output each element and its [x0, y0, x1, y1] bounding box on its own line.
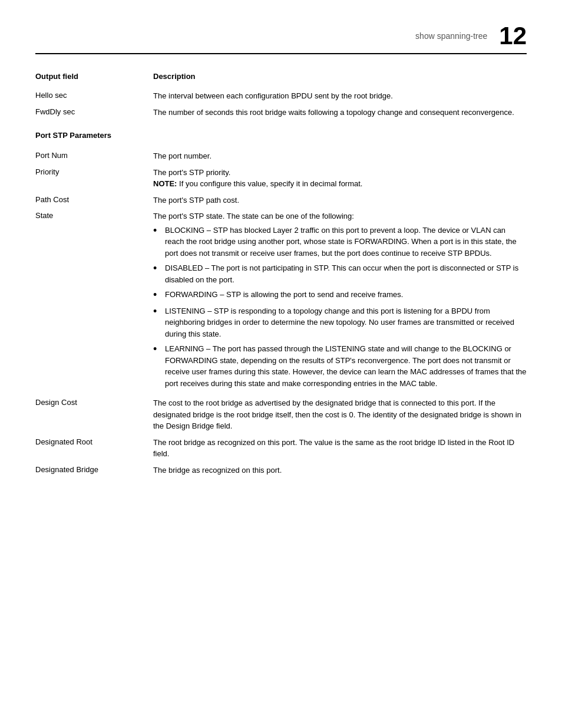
- table-row: Designated Bridge The bridge as recogniz…: [35, 465, 527, 476]
- priority-note: NOTE: If you configure this value, speci…: [153, 178, 527, 190]
- bullet-blocking: BLOCKING – STP has blocked Layer 2 traff…: [165, 225, 527, 259]
- field-fwddly-sec: FwdDly sec: [35, 107, 153, 116]
- table-row: Path Cost The port's STP path cost.: [35, 195, 527, 206]
- list-item: • DISABLED – The port is not participati…: [153, 262, 527, 285]
- list-item: • LEARNING – The port has passed through…: [153, 343, 527, 389]
- page-number: 12: [499, 24, 527, 48]
- desc-priority: The port's STP priority. NOTE: If you co…: [153, 167, 527, 190]
- table-row: Hello sec The interval between each conf…: [35, 90, 527, 102]
- desc-designated-bridge: The bridge as recognized on this port.: [153, 465, 527, 476]
- col-header-field: Output field: [35, 72, 153, 81]
- table-header-row: Output field Description: [35, 72, 527, 84]
- field-hello-sec: Hello sec: [35, 90, 153, 100]
- note-label: NOTE:: [153, 179, 177, 188]
- table-row: Design Cost The cost to the root bridge …: [35, 397, 527, 432]
- desc-design-cost: The cost to the root bridge as advertise…: [153, 397, 527, 432]
- bullet-icon: •: [153, 225, 163, 238]
- content-area: Output field Description Hello sec The i…: [35, 72, 527, 480]
- bullet-icon: •: [153, 289, 163, 302]
- page-header: show spanning-tree 12: [35, 24, 527, 54]
- desc-state: The port's STP state. The state can be o…: [153, 210, 527, 393]
- desc-path-cost: The port's STP path cost.: [153, 195, 527, 206]
- bullet-icon: •: [153, 305, 163, 318]
- field-priority: Priority: [35, 167, 153, 176]
- command-label: show spanning-tree: [415, 31, 487, 41]
- field-design-cost: Design Cost: [35, 397, 153, 407]
- bullet-learning: LEARNING – The port has passed through t…: [165, 343, 527, 389]
- field-designated-bridge: Designated Bridge: [35, 465, 153, 474]
- table-row: Designated Root The root bridge as recog…: [35, 437, 527, 460]
- bullet-listening: LISTENING – STP is responding to a topol…: [165, 305, 527, 340]
- section-header-row: Port STP Parameters: [35, 123, 527, 146]
- field-port-num: Port Num: [35, 150, 153, 160]
- state-intro: The port's STP state. The state can be o…: [153, 210, 527, 222]
- list-item: • LISTENING – STP is responding to a top…: [153, 305, 527, 340]
- table-row: FwdDly sec The number of seconds this ro…: [35, 107, 527, 118]
- desc-hello-sec: The interval between each configuration …: [153, 90, 527, 102]
- list-item: • BLOCKING – STP has blocked Layer 2 tra…: [153, 225, 527, 259]
- state-bullet-list: • BLOCKING – STP has blocked Layer 2 tra…: [153, 225, 527, 390]
- priority-desc-line1: The port's STP priority.: [153, 167, 527, 179]
- table-row: Port Num The port number.: [35, 150, 527, 162]
- desc-port-num: The port number.: [153, 150, 527, 162]
- col-header-description: Description: [153, 72, 527, 81]
- bullet-icon: •: [153, 343, 163, 356]
- bullet-forwarding: FORWARDING – STP is allowing the port to…: [165, 289, 527, 301]
- field-path-cost: Path Cost: [35, 195, 153, 204]
- field-state: State: [35, 210, 153, 220]
- page: show spanning-tree 12 Output field Descr…: [0, 0, 562, 728]
- desc-fwddly-sec: The number of seconds this root bridge w…: [153, 107, 527, 118]
- bullet-disabled: DISABLED – The port is not participating…: [165, 262, 527, 285]
- list-item: • FORWARDING – STP is allowing the port …: [153, 289, 527, 302]
- field-designated-root: Designated Root: [35, 437, 153, 446]
- port-stp-section-header: Port STP Parameters: [35, 131, 153, 140]
- desc-designated-root: The root bridge as recognized on this po…: [153, 437, 527, 460]
- note-text: If you configure this value, specify it …: [177, 179, 362, 188]
- table-row: Priority The port's STP priority. NOTE: …: [35, 167, 527, 190]
- table-row: State The port's STP state. The state ca…: [35, 210, 527, 393]
- bullet-icon: •: [153, 262, 163, 275]
